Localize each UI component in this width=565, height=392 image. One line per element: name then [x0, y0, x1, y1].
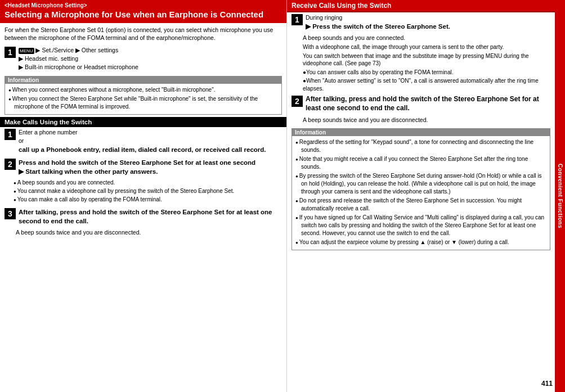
info2-bullet-5: If you have signed up for Call Waiting S… — [295, 214, 546, 237]
make-step1: 1 Enter a phone number or call up a Phon… — [0, 127, 286, 156]
info-box-1: Information When you connect earphones w… — [5, 76, 282, 115]
step1-content: MENU ▶ Set./Service ▶ Other settings ▶ H… — [19, 46, 282, 71]
make-step2-bullet-3: You can make a call also by operating th… — [14, 196, 277, 204]
receive-step-number-1: 1 — [292, 14, 303, 25]
make-step3-content: After talking, press and hold the switch… — [19, 208, 282, 226]
make-step2: 2 Press and hold the switch of the Stere… — [0, 157, 286, 206]
make-step2-bullet-2: You cannot make a videophone call by pre… — [14, 187, 277, 195]
info-box-2-list: Regardless of the setting for "Keypad so… — [295, 138, 546, 246]
make-step-number-3: 3 — [5, 208, 16, 219]
step1-line3: ▶ Built-in microphone or Headset microph… — [19, 63, 282, 71]
content-wrapper: Receive Calls Using the Switch 1 During … — [287, 0, 565, 392]
make-step2-line2: ▶ Start talking when the other party ans… — [19, 167, 282, 176]
make-step2-bullet-1: A beep sounds and you are connected. — [14, 179, 277, 187]
make-step-number-2: 2 — [5, 159, 16, 170]
receive-step2: 2 After talking, press and hold the swit… — [287, 94, 555, 126]
step-number-1: 1 — [5, 47, 16, 58]
step1-line2: ▶ Headset mic. setting — [19, 55, 282, 63]
receive-step2-sub: A beep sounds twice and you are disconne… — [292, 115, 550, 125]
page-number: 411 — [541, 380, 553, 388]
menu-icon: MENU — [19, 48, 34, 54]
make-step-number-1: 1 — [5, 129, 16, 140]
make-step1-line3: call up a Phonebook entry, redial item, … — [19, 145, 282, 154]
info2-bullet-6: You can adjust the earpiece volume by pr… — [295, 238, 546, 246]
receive-step1-content: During ringing ▶ Press the switch of the… — [306, 13, 550, 31]
make-step2-content: Press and hold the switch of the Stereo … — [19, 158, 282, 176]
intro-text: For when the Stereo Earphone Set 01 (opt… — [0, 23, 286, 45]
receive-step1-normal1: With a videophone call, the image throug… — [292, 43, 550, 52]
make-step1-content: Enter a phone number or call up a Phoneb… — [19, 128, 282, 154]
receive-step1-line2: ▶ Press the switch of the Stereo Earphon… — [306, 22, 550, 31]
info-bullet-2: When you connect the Stereo Earphone Set… — [8, 95, 278, 111]
receive-step1: 1 During ringing ▶ Press the switch of t… — [287, 12, 555, 94]
make-step2-bullets: A beep sounds and you are connected. You… — [5, 178, 282, 205]
receive-step1-normal2: You can switch between that image and th… — [292, 52, 550, 68]
receive-step2-content: After talking, press and hold the switch… — [306, 95, 550, 112]
make-step1-line1: Enter a phone number — [19, 128, 282, 137]
info-box-2: Information Regardless of the setting fo… — [292, 128, 550, 250]
make-step1-line2: or — [19, 137, 282, 145]
info2-bullet-4: Do not press and release the switch of t… — [295, 197, 546, 213]
info-box-2-header: Information — [292, 129, 550, 136]
make-step2-line1: Press and hold the switch of the Stereo … — [19, 158, 282, 167]
make-step3-sub: A beep sounds twice and you are disconne… — [5, 227, 282, 238]
make-calls-header: Make Calls Using the Switch — [0, 117, 286, 127]
receive-step1-normal3: ●You can answer calls also by operating … — [292, 68, 550, 77]
right-inner: Receive Calls Using the Switch 1 During … — [287, 0, 555, 392]
main-title: Selecting a Microphone for Use when an E… — [5, 10, 282, 20]
info2-bullet-2: Note that you might receive a call if yo… — [295, 155, 546, 171]
info-box-1-list: When you connect earphones without a mic… — [8, 86, 278, 111]
receive-step1-sub: A beep sounds and you are connected. — [292, 33, 550, 43]
receive-step1-normal4: ●When "Auto answer setting" is set to "O… — [292, 76, 550, 93]
receive-step2-line1: After talking, press and hold the switch… — [306, 95, 550, 112]
sidebar-tab: Convenient Functions — [555, 0, 565, 392]
info2-bullet-1: Regardless of the setting for "Keypad so… — [295, 138, 546, 154]
info-bullet-1: When you connect earphones without a mic… — [8, 86, 278, 94]
info-box-1-header: Information — [5, 76, 281, 84]
left-step1: 1 MENU ▶ Set./Service ▶ Other settings ▶… — [0, 45, 286, 74]
make-step3: 3 After talking, press and hold the swit… — [0, 206, 286, 239]
left-header: <Headset Microphone Setting> Selecting a… — [0, 0, 286, 23]
make-step3-line1: After talking, press and hold the switch… — [19, 208, 282, 226]
info2-bullet-3: By pressing the switch of the Stereo Ear… — [295, 172, 546, 196]
left-panel: <Headset Microphone Setting> Selecting a… — [0, 0, 287, 392]
receive-header: Receive Calls Using the Switch — [287, 0, 555, 12]
step1-line1: MENU ▶ Set./Service ▶ Other settings — [19, 46, 282, 55]
sub-title: <Headset Microphone Setting> — [5, 2, 282, 8]
receive-step-number-2: 2 — [292, 96, 303, 107]
main-container: <Headset Microphone Setting> Selecting a… — [0, 0, 565, 392]
receive-step1-line1: During ringing — [306, 13, 550, 22]
